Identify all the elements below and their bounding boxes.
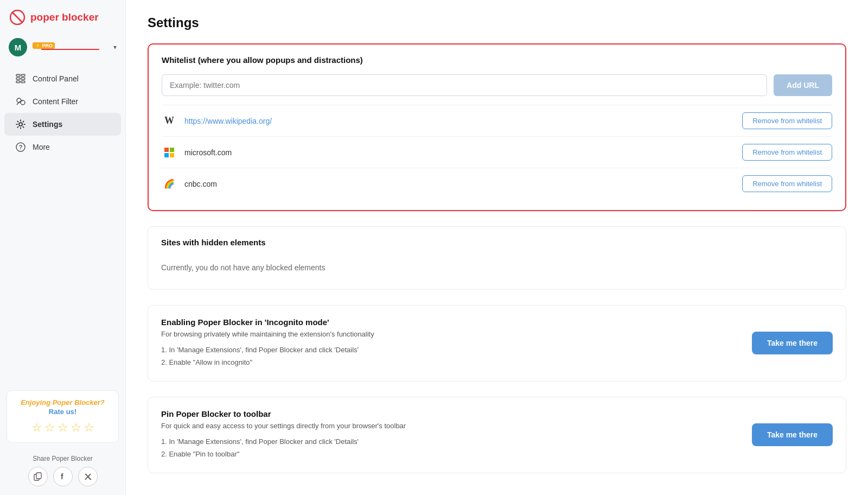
hidden-elements-empty: Currently, you do not have any blocked e… <box>161 257 833 278</box>
star-4[interactable]: ☆ <box>71 421 81 435</box>
twitter-share-button[interactable] <box>78 467 98 486</box>
incognito-section: Enabling Poper Blocker in 'Incognito mod… <box>148 305 846 382</box>
wiki-w-icon: W <box>164 115 174 126</box>
settings-icon <box>15 119 26 130</box>
whitelist-section: Whitelist (where you allow popups and di… <box>148 43 846 211</box>
star-rating[interactable]: ☆ ☆ ☆ ☆ ☆ <box>14 421 112 435</box>
microsoft-url: microsoft.com <box>184 148 742 157</box>
url-input-row: Add URL <box>162 74 832 96</box>
microsoft-icon <box>164 148 174 157</box>
svg-rect-2 <box>16 74 20 77</box>
control-panel-icon <box>15 73 26 84</box>
svg-point-10 <box>19 123 22 126</box>
hidden-elements-section: Sites with hidden elements Currently, yo… <box>148 226 846 290</box>
svg-line-1 <box>13 13 22 22</box>
sidebar-item-label: More <box>33 143 50 151</box>
star-1[interactable]: ☆ <box>31 421 42 435</box>
svg-rect-6 <box>16 81 20 83</box>
url-input[interactable] <box>162 74 767 96</box>
toolbar-step-1: 1. In 'Manage Extensions', find Poper Bl… <box>161 435 739 448</box>
microsoft-favicon <box>162 145 177 160</box>
incognito-steps: 1. In 'Manage Extensions', find Poper Bl… <box>161 344 739 369</box>
logo-area: poper blocker <box>0 0 125 34</box>
svg-text:f: f <box>61 472 63 481</box>
copy-share-button[interactable] <box>28 467 48 486</box>
toolbar-section: Pin Poper Blocker to toolbar For quick a… <box>148 397 846 473</box>
user-name-area: ⚡ PRO <box>33 42 108 52</box>
red-underline <box>41 49 99 50</box>
incognito-take-me-button[interactable]: Take me there <box>752 332 833 354</box>
whitelist-item-wikipedia: W https://www.wikipedia.org/ Remove from… <box>162 105 832 136</box>
svg-rect-7 <box>21 81 25 83</box>
cnbc-url: cnbc.com <box>184 180 742 188</box>
toolbar-content: Pin Poper Blocker to toolbar For quick a… <box>161 409 739 461</box>
sidebar-item-more[interactable]: ? More <box>4 136 121 158</box>
remove-cnbc-button[interactable]: Remove from whitelist <box>742 175 832 192</box>
more-icon: ? <box>15 142 26 153</box>
rate-us-link[interactable]: Rate us! <box>49 408 76 416</box>
whitelist-heading: Whitelist (where you allow popups and di… <box>162 55 832 65</box>
incognito-title: Enabling Poper Blocker in 'Incognito mod… <box>161 318 739 327</box>
star-2[interactable]: ☆ <box>44 421 55 435</box>
rating-title: Enjoying Poper Blocker? <box>14 398 112 407</box>
incognito-subtitle: For browsing privately while maintaining… <box>161 330 739 338</box>
remove-wikipedia-button[interactable]: Remove from whitelist <box>742 112 832 129</box>
chevron-down-icon: ▾ <box>113 43 117 51</box>
sidebar: poper blocker M ⚡ PRO ▾ <box>0 0 126 495</box>
pro-badge: ⚡ PRO <box>33 42 55 49</box>
cnbc-favicon: 🌈 <box>162 176 177 192</box>
whitelist-item-microsoft: microsoft.com Remove from whitelist <box>162 136 832 168</box>
sidebar-item-content-filter[interactable]: Content Filter <box>4 90 121 113</box>
rating-card: Enjoying Poper Blocker? Rate us! ☆ ☆ ☆ ☆… <box>7 390 119 443</box>
star-5[interactable]: ☆ <box>84 421 94 435</box>
wikipedia-url: https://www.wikipedia.org/ <box>184 117 742 125</box>
sidebar-item-label: Content Filter <box>33 97 78 106</box>
hidden-elements-heading: Sites with hidden elements <box>161 238 833 247</box>
svg-rect-4 <box>16 78 20 80</box>
user-row[interactable]: M ⚡ PRO ▾ <box>0 34 125 63</box>
share-label: Share Poper Blocker <box>7 455 119 462</box>
cnbc-icon: 🌈 <box>164 179 175 189</box>
remove-microsoft-button[interactable]: Remove from whitelist <box>742 144 832 161</box>
share-section: Share Poper Blocker f <box>0 449 125 495</box>
incognito-step-2: 2. Enable "Allow in incognito" <box>161 356 739 369</box>
avatar: M <box>9 38 27 56</box>
logo-icon <box>10 10 25 25</box>
star-3[interactable]: ☆ <box>58 421 68 435</box>
sidebar-item-control-panel[interactable]: Control Panel <box>4 67 121 90</box>
sidebar-nav: Control Panel Content Filter Settings <box>0 63 125 384</box>
toolbar-take-me-button[interactable]: Take me there <box>752 423 833 446</box>
app-name: poper blocker <box>30 11 99 23</box>
content-filter-icon <box>15 96 26 107</box>
wikipedia-favicon: W <box>162 113 177 129</box>
page-title: Settings <box>148 15 846 30</box>
svg-text:?: ? <box>19 144 23 150</box>
svg-rect-3 <box>21 74 25 77</box>
incognito-content: Enabling Poper Blocker in 'Incognito mod… <box>161 318 739 369</box>
whitelist-item-cnbc: 🌈 cnbc.com Remove from whitelist <box>162 168 832 199</box>
sidebar-item-label: Control Panel <box>33 74 79 83</box>
toolbar-steps: 1. In 'Manage Extensions', find Poper Bl… <box>161 435 739 461</box>
svg-rect-14 <box>36 473 41 479</box>
svg-rect-5 <box>21 78 25 80</box>
incognito-step-1: 1. In 'Manage Extensions', find Poper Bl… <box>161 344 739 356</box>
sidebar-item-label: Settings <box>33 120 62 129</box>
share-icons: f <box>7 467 119 486</box>
toolbar-step-2: 2. Enable "Pin to toolbar" <box>161 448 739 460</box>
add-url-button[interactable]: Add URL <box>774 74 832 96</box>
toolbar-subtitle: For quick and easy access to your settin… <box>161 422 739 430</box>
facebook-share-button[interactable]: f <box>53 467 73 486</box>
sidebar-item-settings[interactable]: Settings <box>4 113 121 136</box>
toolbar-title: Pin Poper Blocker to toolbar <box>161 409 739 418</box>
main-content: Settings Whitelist (where you allow popu… <box>126 0 868 495</box>
